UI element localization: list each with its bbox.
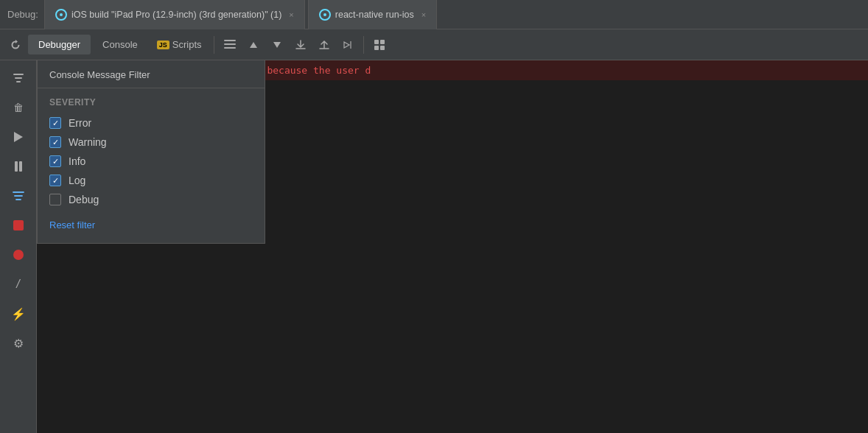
debug-label: Debug: xyxy=(7,9,38,20)
svg-rect-4 xyxy=(380,40,385,44)
filter-label-log: Log xyxy=(69,175,85,186)
filter-item-log[interactable]: ✓ Log xyxy=(38,171,265,190)
checkbox-info[interactable]: ✓ xyxy=(49,155,61,167)
filter-item-warning[interactable]: ✓ Warning xyxy=(38,133,265,152)
main-layout: 🗑 / ⚡ ⚙ (promise) DOMException: play() f xyxy=(0,60,868,433)
checkmark-error: ✓ xyxy=(52,119,59,127)
ios-build-tab[interactable]: iOS build "iPad Pro (12.9-inch) (3rd gen… xyxy=(44,0,305,29)
ios-build-tab-label: iOS build "iPad Pro (12.9-inch) (3rd gen… xyxy=(71,10,281,20)
sidebar-clear-button[interactable]: 🗑 xyxy=(5,94,32,121)
svg-rect-2 xyxy=(224,47,236,49)
svg-rect-7 xyxy=(13,74,24,75)
rn-run-ios-tab[interactable]: react-native run-ios × xyxy=(308,0,437,29)
svg-rect-3 xyxy=(374,40,379,44)
toolbar-separator-2 xyxy=(363,36,364,54)
svg-rect-5 xyxy=(374,46,379,50)
rn-run-ios-tab-label: react-native run-ios xyxy=(335,10,414,20)
toolbar-btn-grid[interactable] xyxy=(368,34,391,56)
checkmark-log: ✓ xyxy=(52,177,59,185)
filter-label-debug: Debug xyxy=(69,194,99,205)
filter-item-debug[interactable]: Debug xyxy=(38,190,265,209)
sidebar-lightning-button[interactable]: ⚡ xyxy=(5,300,32,327)
filter-label-info: Info xyxy=(69,155,85,167)
sidebar-settings-button[interactable]: ⚙ xyxy=(5,330,32,356)
tab-console[interactable]: Console xyxy=(92,35,148,54)
toolbar: Debugger Console JS Scripts xyxy=(0,29,868,60)
toolbar-btn-upload[interactable] xyxy=(313,34,335,56)
svg-rect-8 xyxy=(15,77,22,79)
svg-rect-0 xyxy=(224,40,236,41)
filter-label-error: Error xyxy=(69,117,91,129)
svg-rect-1 xyxy=(224,43,236,45)
checkmark-warning: ✓ xyxy=(52,138,59,147)
ios-build-tab-close[interactable]: × xyxy=(289,10,293,19)
react-icon-tab1 xyxy=(55,9,67,21)
reset-filter-button[interactable]: Reset filter xyxy=(38,209,107,230)
react-icon-tab2 xyxy=(319,9,331,21)
filter-item-error[interactable]: ✓ Error xyxy=(38,113,265,133)
svg-rect-10 xyxy=(15,161,18,172)
filter-panel-title: Console Message Filter xyxy=(38,60,265,88)
sidebar-slash-button[interactable]: / xyxy=(5,271,32,298)
filter-label-warning: Warning xyxy=(69,136,107,148)
checkmark-info: ✓ xyxy=(52,158,59,166)
left-sidebar: 🗑 / ⚡ ⚙ xyxy=(0,60,37,433)
console-area: (promise) DOMException: play() failed be… xyxy=(37,60,868,433)
filter-dropdown-panel: Console Message Filter Severity ✓ Error … xyxy=(37,60,265,244)
top-bar: Debug: iOS build "iPad Pro (12.9-inch) (… xyxy=(0,0,868,29)
sidebar-pause-button[interactable] xyxy=(5,153,32,180)
tab-scripts[interactable]: JS Scripts xyxy=(150,35,209,54)
checkbox-warning[interactable]: ✓ xyxy=(49,136,61,148)
svg-rect-11 xyxy=(19,161,22,172)
filter-item-info[interactable]: ✓ Info xyxy=(38,152,265,171)
rn-run-ios-tab-close[interactable]: × xyxy=(421,10,426,19)
toolbar-btn-step[interactable] xyxy=(337,34,359,56)
severity-section-label: Severity xyxy=(38,88,265,113)
toolbar-separator-1 xyxy=(214,36,214,54)
checkbox-log[interactable]: ✓ xyxy=(49,175,61,186)
toolbar-btn-down-arrow[interactable] xyxy=(266,34,288,56)
toolbar-btn-up-arrow[interactable] xyxy=(242,34,265,56)
toolbar-btn-download[interactable] xyxy=(290,34,312,56)
sidebar-record-button[interactable] xyxy=(5,242,32,268)
sidebar-stop-button[interactable] xyxy=(5,212,32,239)
svg-rect-9 xyxy=(16,81,21,82)
svg-rect-12 xyxy=(13,220,24,230)
tab-debugger[interactable]: Debugger xyxy=(28,35,91,54)
checkbox-debug[interactable] xyxy=(49,194,61,205)
js-badge: JS xyxy=(157,41,169,49)
reload-button[interactable] xyxy=(4,34,27,56)
checkbox-error[interactable]: ✓ xyxy=(49,117,61,129)
sidebar-resume-button[interactable] xyxy=(5,124,32,150)
tab-scripts-label: Scripts xyxy=(172,39,202,50)
sidebar-filter-toggle[interactable] xyxy=(5,65,32,91)
sidebar-severity-filter[interactable] xyxy=(5,183,32,209)
svg-rect-6 xyxy=(380,46,385,50)
svg-point-13 xyxy=(13,250,24,260)
toolbar-btn-lines[interactable] xyxy=(219,34,241,56)
